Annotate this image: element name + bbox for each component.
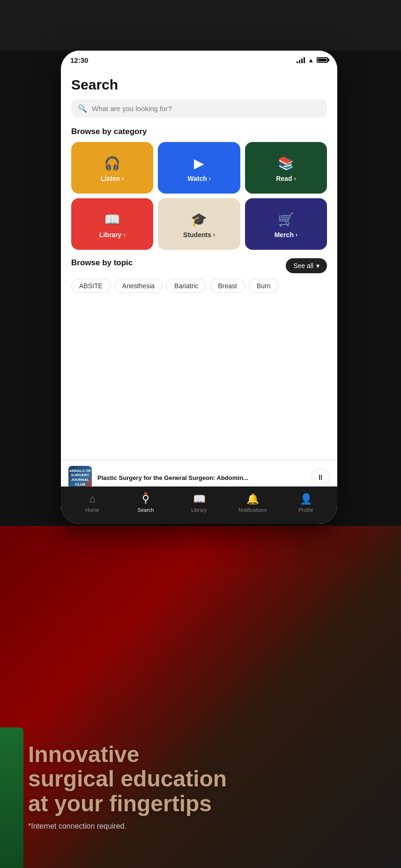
topic-anesthesia[interactable]: Anesthesia (114, 279, 163, 293)
profile-icon: 👤 (300, 493, 312, 505)
bottom-navigation: ⌂ Home ⚲ Search 📖 Library 🔔 Notification… (61, 486, 337, 524)
mini-player-thumb-text: ANNALS OF SURGERY JOURNAL CLUB (68, 466, 92, 489)
mini-player-title: Plastic Surgery for the General Surgeon:… (97, 474, 305, 481)
promo-disclaimer: *Internet connection required. (28, 822, 373, 831)
topic-absite[interactable]: ABSITE (71, 279, 111, 293)
home-icon: ⌂ (89, 493, 95, 505)
wifi-icon: ▲ (308, 57, 314, 64)
category-grid: 🎧 Listen › ▶ Watch › 📚 Re (71, 142, 327, 250)
search-bar[interactable]: 🔍 (71, 99, 327, 118)
category-merch[interactable]: 🛒 Merch › (245, 198, 327, 250)
nav-search-dot (144, 492, 147, 495)
category-merch-label: Merch › (275, 231, 297, 239)
promo-section: Innovative surgical education at your fi… (0, 526, 401, 868)
category-read-label: Read › (276, 175, 296, 182)
book-icon: 📚 (278, 156, 294, 171)
chevron-down-icon: ▾ (316, 262, 319, 269)
nav-profile[interactable]: 👤 Profile (279, 493, 333, 513)
phone-frame: 12:30 ▲ Search 🔍 Browse by category (61, 51, 337, 524)
topic-tags-container: ABSITE Anesthesia Bariatric Breast Burn (71, 279, 327, 293)
signal-icon (297, 57, 305, 63)
topic-burn[interactable]: Burn (249, 279, 279, 293)
mini-player-info: Plastic Surgery for the General Surgeon:… (97, 474, 305, 481)
background-top (0, 0, 401, 51)
status-time: 12:30 (70, 56, 88, 64)
topic-breast[interactable]: Breast (210, 279, 245, 293)
topic-bariatric[interactable]: Bariatric (166, 279, 206, 293)
headphones-icon: 🎧 (104, 156, 120, 171)
browse-by-topic-section: Browse by topic See all ▾ ABSITE Anesthe… (71, 258, 327, 293)
browse-by-category-section: Browse by category 🎧 Listen › ▶ Watch › (71, 127, 327, 258)
nav-library[interactable]: 📖 Library (172, 493, 226, 513)
status-icons: ▲ (297, 57, 328, 64)
mini-player-thumbnail: ANNALS OF SURGERY JOURNAL CLUB (68, 466, 92, 489)
graduation-cap-icon: 🎓 (191, 212, 207, 227)
page-title: Search (71, 77, 327, 93)
search-magnifier-icon: 🔍 (78, 104, 87, 113)
search-input[interactable] (92, 105, 320, 112)
category-students-label: Students › (183, 231, 215, 239)
category-read[interactable]: 📚 Read › (245, 142, 327, 194)
library-nav-icon: 📖 (193, 493, 206, 505)
category-listen[interactable]: 🎧 Listen › (71, 142, 153, 194)
browse-category-title: Browse by category (71, 127, 327, 136)
pause-icon: ⏸ (317, 473, 324, 482)
see-all-button[interactable]: See all ▾ (286, 258, 327, 273)
battery-icon (317, 57, 328, 63)
topic-header: Browse by topic See all ▾ (71, 258, 327, 273)
promo-title: Innovative surgical education at your fi… (28, 742, 373, 816)
nav-home[interactable]: ⌂ Home (66, 493, 119, 513)
nav-search[interactable]: ⚲ Search (119, 493, 172, 513)
category-watch[interactable]: ▶ Watch › (158, 142, 240, 194)
promo-image-strip (0, 727, 23, 868)
category-listen-label: Listen › (101, 175, 124, 182)
category-watch-label: Watch › (187, 175, 210, 182)
play-icon: ▶ (194, 156, 204, 171)
shopping-cart-icon: 🛒 (278, 212, 294, 227)
status-bar: 12:30 ▲ (61, 51, 337, 67)
nav-notifications[interactable]: 🔔 Notifications (226, 493, 279, 513)
open-book-icon: 📖 (104, 212, 120, 227)
category-students[interactable]: 🎓 Students › (158, 198, 240, 250)
pause-button[interactable]: ⏸ (311, 468, 330, 487)
bell-icon: 🔔 (246, 493, 259, 505)
category-library-label: Library › (99, 231, 125, 239)
category-library[interactable]: 📖 Library › (71, 198, 153, 250)
app-content: Search 🔍 Browse by category 🎧 Listen › ▶ (61, 67, 337, 524)
browse-topic-title: Browse by topic (71, 258, 133, 268)
